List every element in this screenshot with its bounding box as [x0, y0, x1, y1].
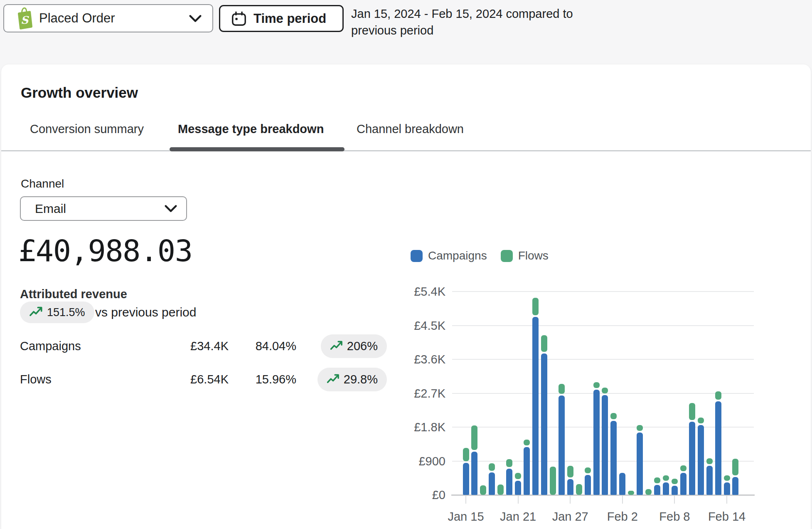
legend-item-campaigns[interactable]: Campaigns	[411, 249, 487, 262]
stat-label: Flows	[20, 368, 52, 391]
tab-channel-breakdown[interactable]: Channel breakdown	[357, 120, 464, 138]
active-tab-indicator	[170, 147, 344, 151]
trend-up-icon	[327, 373, 340, 386]
channel-select[interactable]: Email	[20, 196, 187, 221]
stat-change-badge: 29.8%	[317, 368, 387, 391]
shopify-icon: S	[12, 7, 33, 30]
stat-share: 84.04%	[234, 334, 296, 358]
kpi-label: Attributed revenue	[20, 287, 127, 301]
stat-value: £34.4K	[126, 334, 229, 358]
time-period-label: Time period	[253, 11, 326, 26]
chevron-down-icon	[165, 205, 177, 213]
stat-share: 15.96%	[234, 368, 296, 391]
kpi-value: £40,988.03	[18, 233, 192, 268]
trend-up-icon	[29, 306, 43, 319]
campaigns-swatch-icon	[411, 250, 423, 262]
stat-row-flows: Flows £6.54K 15.96% 29.8%	[1, 368, 400, 391]
page-title: Growth overview	[21, 84, 138, 101]
chevron-down-icon	[189, 15, 202, 22]
kpi-change-badge: 151.5%	[20, 302, 94, 323]
channel-select-value: Email	[35, 202, 66, 216]
stat-row-campaigns: Campaigns £34.4K 84.04% 206%	[1, 334, 400, 358]
stat-value: £6.54K	[126, 368, 229, 391]
stat-change-value: 206%	[347, 339, 378, 353]
chart-legend: Campaigns Flows	[411, 249, 549, 262]
svg-text:S: S	[21, 14, 29, 26]
trend-up-icon	[330, 340, 343, 352]
channel-label: Channel	[21, 177, 64, 190]
date-range-text: Jan 15, 2024 - Feb 15, 2024 compared to …	[351, 5, 584, 39]
metric-select[interactable]: S Placed Order	[3, 4, 213, 32]
stat-change-badge: 206%	[321, 334, 387, 358]
tab-conversion-summary[interactable]: Conversion summary	[30, 120, 144, 138]
toolbar: S Placed Order Time period Jan 15, 2024 …	[0, 0, 812, 64]
calendar-icon	[231, 11, 247, 27]
time-period-button[interactable]: Time period	[219, 5, 344, 32]
tab-message-type-breakdown[interactable]: Message type breakdown	[178, 120, 324, 138]
kpi-change-value: 151.5%	[47, 306, 85, 319]
growth-overview-card: Growth overview Conversion summary Messa…	[1, 64, 811, 529]
kpi-change-suffix: vs previous period	[95, 302, 196, 323]
tab-track	[1, 150, 811, 151]
stat-change-value: 29.8%	[344, 373, 378, 386]
metric-select-value: Placed Order	[39, 11, 115, 26]
flows-swatch-icon	[501, 250, 513, 262]
legend-label: Campaigns	[428, 249, 487, 262]
legend-label: Flows	[518, 249, 549, 262]
legend-item-flows[interactable]: Flows	[501, 249, 549, 262]
stat-label: Campaigns	[20, 334, 81, 358]
